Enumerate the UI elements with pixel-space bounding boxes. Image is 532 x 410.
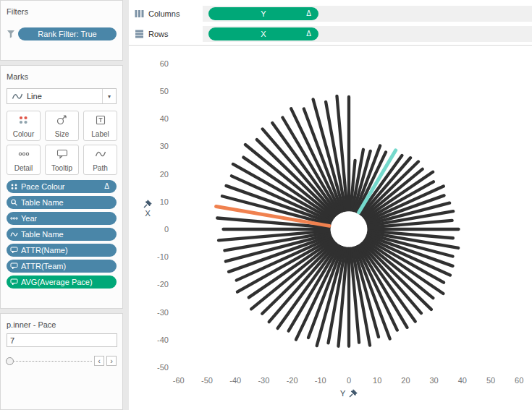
y-tick-label: 60 bbox=[160, 59, 169, 68]
pin-icon bbox=[349, 389, 358, 398]
pill-table-name-path[interactable]: Table Name bbox=[7, 228, 117, 241]
path-icon bbox=[95, 149, 106, 162]
filters-panel: Filters Rank Filter: True bbox=[0, 0, 123, 61]
parameter-slider[interactable] bbox=[7, 361, 92, 362]
x-tick-label: 10 bbox=[373, 376, 381, 385]
parameter-title: p.inner - Pace bbox=[7, 320, 117, 329]
y-tick-label: 40 bbox=[160, 114, 169, 123]
columns-icon bbox=[135, 9, 144, 18]
delta-icon: Δ bbox=[306, 30, 311, 38]
size-button[interactable]: Size bbox=[45, 111, 79, 141]
radial-starburst-chart[interactable]: -60-50-40-30-20-100102030405060605040302… bbox=[129, 46, 532, 410]
filter-pill-rank[interactable]: Rank Filter: True bbox=[18, 27, 117, 40]
worksheet-pane: Columns Y Δ Rows X bbox=[129, 0, 532, 410]
y-tick-label: 10 bbox=[160, 197, 169, 206]
y-tick-label: 50 bbox=[160, 87, 169, 95]
columns-shelf-label: Columns bbox=[129, 9, 203, 18]
x-tick-label: -50 bbox=[201, 376, 213, 385]
mark-type-label: Line bbox=[27, 92, 102, 101]
rows-shelf[interactable]: X Δ bbox=[203, 26, 532, 42]
slider-decrement-button[interactable]: ‹ bbox=[94, 356, 104, 366]
pill-table-name-detail[interactable]: Table Name bbox=[7, 196, 117, 209]
y-tick-label: -10 bbox=[157, 252, 169, 261]
x-tick-label: 50 bbox=[486, 376, 495, 385]
x-tick-label: -40 bbox=[229, 376, 241, 385]
chevron-down-icon[interactable]: ▾ bbox=[102, 89, 116, 103]
pill-pace-colour[interactable]: Pace Colour Δ bbox=[7, 180, 117, 193]
slider-handle[interactable] bbox=[6, 357, 14, 365]
detail-button[interactable]: Detail bbox=[7, 145, 41, 175]
label-button[interactable]: Label bbox=[83, 111, 117, 141]
x-tick-label: 0 bbox=[347, 376, 351, 385]
marks-pill-list: Pace Colour Δ Table Name Year Table Nam bbox=[7, 180, 117, 289]
y-tick-label: 30 bbox=[160, 142, 169, 150]
y-tick-label: -30 bbox=[157, 308, 169, 317]
parameter-panel: p.inner - Pace ‹ › bbox=[0, 313, 123, 410]
marks-panel: Marks Line ▾ Colour bbox=[0, 65, 123, 309]
rows-pill-x[interactable]: X Δ bbox=[208, 27, 318, 40]
columns-pill-y[interactable]: Y Δ bbox=[208, 7, 318, 20]
y-tick-label: -40 bbox=[157, 336, 169, 344]
x-tick-label: 20 bbox=[401, 376, 410, 385]
tooltip-icon bbox=[10, 247, 18, 254]
delta-icon: Δ bbox=[104, 183, 109, 190]
rows-icon bbox=[135, 30, 144, 38]
pill-year[interactable]: Year bbox=[7, 212, 117, 225]
chart-area: -60-50-40-30-20-100102030405060605040302… bbox=[129, 46, 532, 410]
detail-icon bbox=[10, 199, 18, 206]
filter-pill-label: Rank Filter: True bbox=[38, 30, 96, 38]
tooltip-icon bbox=[10, 278, 18, 286]
pill-attr-name[interactable]: ATTR(Name) bbox=[7, 244, 117, 257]
size-icon bbox=[56, 115, 67, 128]
columns-shelf-row: Columns Y Δ bbox=[129, 6, 532, 22]
x-axis-field-label[interactable]: Y bbox=[327, 389, 371, 398]
rows-shelf-label: Rows bbox=[129, 30, 203, 38]
y-tick-label: -20 bbox=[157, 280, 169, 289]
path-icon bbox=[10, 231, 18, 238]
colour-button[interactable]: Colour bbox=[7, 111, 41, 141]
path-button[interactable]: Path bbox=[83, 145, 117, 175]
columns-shelf[interactable]: Y Δ bbox=[203, 6, 532, 22]
y-tick-label: -50 bbox=[157, 363, 169, 372]
line-mark-icon bbox=[12, 92, 23, 101]
parameter-value-input[interactable] bbox=[7, 333, 117, 347]
x-tick-label: -60 bbox=[173, 376, 185, 385]
pill-attr-team[interactable]: ATTR(Team) bbox=[7, 260, 117, 273]
tableau-workspace: Filters Rank Filter: True Marks Line ▾ bbox=[0, 0, 532, 410]
y-tick-label: 0 bbox=[164, 225, 169, 234]
slider-increment-button[interactable]: › bbox=[106, 356, 117, 366]
detail-icon bbox=[18, 149, 30, 162]
shelves-area: Columns Y Δ Rows X bbox=[129, 0, 532, 46]
y-axis-field-label[interactable]: X bbox=[139, 200, 156, 218]
filter-funnel-icon bbox=[7, 30, 15, 38]
x-tick-label: 30 bbox=[429, 376, 438, 385]
tooltip-button[interactable]: Tooltip bbox=[45, 145, 79, 175]
mark-buttons-grid: Colour Size Label bbox=[7, 111, 117, 175]
filters-title: Filters bbox=[7, 7, 117, 16]
tooltip-icon bbox=[10, 262, 18, 270]
x-tick-label: -10 bbox=[315, 376, 326, 385]
y-tick-label: 20 bbox=[160, 170, 169, 179]
mark-type-dropdown[interactable]: Line ▾ bbox=[7, 88, 117, 104]
x-tick-label: -30 bbox=[258, 376, 269, 385]
rows-shelf-row: Rows X Δ bbox=[129, 26, 532, 42]
spoke-line[interactable] bbox=[363, 243, 431, 309]
x-tick-label: 60 bbox=[515, 376, 523, 385]
marks-title: Marks bbox=[7, 72, 117, 81]
pill-avg-average-pace[interactable]: AVG(Average Pace) bbox=[7, 276, 117, 289]
x-tick-label: 40 bbox=[458, 376, 467, 385]
tooltip-icon bbox=[56, 149, 68, 162]
delta-icon: Δ bbox=[306, 10, 311, 17]
colour-icon bbox=[18, 115, 29, 128]
pin-icon bbox=[143, 200, 152, 208]
x-tick-label: -20 bbox=[287, 376, 298, 385]
label-icon bbox=[96, 115, 106, 128]
dots-icon bbox=[10, 215, 18, 222]
colour-dots-icon bbox=[10, 183, 18, 190]
